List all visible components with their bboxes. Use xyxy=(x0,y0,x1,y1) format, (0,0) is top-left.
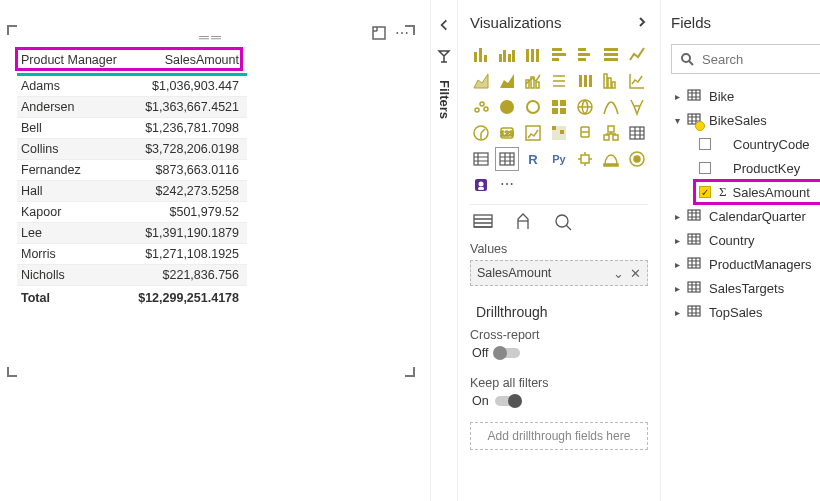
table-visual-frame[interactable]: ══ ⋯ Product Manager SalesAmount Adams$1… xyxy=(10,28,412,374)
field-label: SalesAmount xyxy=(733,185,810,200)
focus-mode-icon[interactable] xyxy=(371,25,387,44)
table-label: ProductManagers xyxy=(709,257,812,272)
fields-tab-icon[interactable] xyxy=(472,211,494,234)
expand-icon[interactable]: ▸ xyxy=(671,211,683,222)
viz-key-influencers[interactable] xyxy=(574,148,596,170)
viz-line[interactable] xyxy=(626,44,648,66)
field-checkbox[interactable] xyxy=(699,138,711,150)
field-dropdown-icon[interactable]: ⌄ xyxy=(613,266,624,281)
table-row[interactable]: Nicholls$221,836.756 xyxy=(17,265,247,286)
field-remove-icon[interactable]: ✕ xyxy=(630,266,641,281)
table-bike[interactable]: ▸Bike xyxy=(671,84,820,108)
viz-r-visual[interactable]: R xyxy=(522,148,544,170)
svg-rect-48 xyxy=(613,135,618,140)
drag-handle-icon[interactable]: ══ xyxy=(11,29,411,43)
viz-ribbon[interactable] xyxy=(548,70,570,92)
values-field-well[interactable]: SalesAmount ⌄ ✕ xyxy=(470,260,648,286)
resize-handle-bl[interactable] xyxy=(7,367,17,377)
expand-icon[interactable]: ▸ xyxy=(671,259,683,270)
field-checkbox[interactable] xyxy=(699,162,711,174)
drillthrough-drop-zone[interactable]: Add drillthrough fields here xyxy=(470,422,648,450)
analytics-tab-icon[interactable] xyxy=(552,211,574,234)
cell-name: Fernandez xyxy=(17,160,129,181)
resize-handle-tl[interactable] xyxy=(7,25,17,35)
table-topsales[interactable]: ▸TopSales xyxy=(671,300,820,324)
viz-arc[interactable] xyxy=(600,148,622,170)
viz-pie[interactable] xyxy=(496,96,518,118)
viz-gauge[interactable] xyxy=(470,122,492,144)
table-bikesales[interactable]: ▾BikeSales xyxy=(671,108,820,132)
svg-rect-69 xyxy=(688,258,700,268)
table-row[interactable]: Kapoor$501,979.52 xyxy=(17,202,247,223)
field-salesamount[interactable]: ✓ΣSalesAmount xyxy=(671,180,820,204)
viz-stacked-hbar[interactable] xyxy=(548,44,570,66)
viz-bubble[interactable] xyxy=(470,96,492,118)
table-label: BikeSales xyxy=(709,113,767,128)
expand-icon[interactable]: ▸ xyxy=(671,235,683,246)
viz-powerapps[interactable] xyxy=(470,174,492,196)
column-header-salesamount[interactable]: SalesAmount xyxy=(129,47,247,75)
table-row[interactable]: Adams$1,036,903.447 xyxy=(17,75,247,97)
report-canvas[interactable]: ══ ⋯ Product Manager SalesAmount Adams$1… xyxy=(0,0,430,501)
filters-collapsed-pane[interactable]: Filters xyxy=(430,0,458,501)
viz-stacked-area[interactable] xyxy=(496,70,518,92)
format-tab-icon[interactable] xyxy=(512,211,534,234)
field-productkey[interactable]: ProductKey xyxy=(671,156,820,180)
viz-slicer[interactable] xyxy=(574,122,596,144)
expand-icon[interactable]: ▸ xyxy=(671,91,683,102)
viz-funnel[interactable] xyxy=(600,70,622,92)
table-row[interactable]: Collins$3,728,206.0198 xyxy=(17,139,247,160)
viz-scatter[interactable] xyxy=(626,70,648,92)
field-countrycode[interactable]: CountryCode xyxy=(671,132,820,156)
viz-matrix[interactable] xyxy=(470,148,492,170)
viz-combo[interactable] xyxy=(522,70,544,92)
table-row[interactable]: Hall$242,273.5258 xyxy=(17,181,247,202)
viz-more[interactable]: ⋯ xyxy=(496,174,518,196)
viz-table-visual[interactable] xyxy=(496,148,518,170)
search-input[interactable] xyxy=(700,51,820,68)
table-salestargets[interactable]: ▸SalesTargets xyxy=(671,276,820,300)
viz-filled-map[interactable] xyxy=(600,96,622,118)
table-productmanagers[interactable]: ▸ProductManagers xyxy=(671,252,820,276)
viz-heatmap[interactable] xyxy=(548,122,570,144)
table-row[interactable]: Morris$1,271,108.1925 xyxy=(17,244,247,265)
table-row[interactable]: Lee$1,391,190.1879 xyxy=(17,223,247,244)
table-country[interactable]: ▸Country xyxy=(671,228,820,252)
svg-rect-36 xyxy=(552,108,558,114)
viz-clustered-bar[interactable] xyxy=(496,44,518,66)
cross-report-toggle[interactable]: Off xyxy=(472,346,520,360)
viz-shape-map[interactable] xyxy=(626,96,648,118)
more-options-icon[interactable]: ⋯ xyxy=(395,25,409,44)
expand-icon[interactable]: ▸ xyxy=(671,283,683,294)
expand-filters-icon[interactable] xyxy=(437,18,451,35)
table-row[interactable]: Bell$1,236,781.7098 xyxy=(17,118,247,139)
viz-donut[interactable] xyxy=(522,96,544,118)
fields-search[interactable] xyxy=(671,44,820,74)
viz-treemap[interactable] xyxy=(548,96,570,118)
collapse-viz-icon[interactable] xyxy=(636,14,648,31)
viz-python-visual[interactable]: Py xyxy=(548,148,570,170)
viz-100-hbar[interactable] xyxy=(600,44,622,66)
viz-kpi[interactable] xyxy=(522,122,544,144)
viz-map[interactable] xyxy=(574,96,596,118)
filters-icon[interactable] xyxy=(437,49,451,66)
table-row[interactable]: Andersen$1,363,667.4521 xyxy=(17,97,247,118)
viz-100-bar[interactable] xyxy=(522,44,544,66)
expand-icon[interactable]: ▾ xyxy=(671,115,683,126)
table-row[interactable]: Fernandez$873,663.0116 xyxy=(17,160,247,181)
column-header-product-manager[interactable]: Product Manager xyxy=(17,47,129,75)
table-calendarquarter[interactable]: ▸CalendarQuarter xyxy=(671,204,820,228)
viz-card[interactable]: 123 xyxy=(496,122,518,144)
field-checkbox[interactable]: ✓ xyxy=(699,186,711,198)
viz-decomposition[interactable] xyxy=(600,122,622,144)
resize-handle-br[interactable] xyxy=(405,367,415,377)
viz-clustered-hbar[interactable] xyxy=(574,44,596,66)
viz-waterfall[interactable] xyxy=(574,70,596,92)
viz-stacked-bar[interactable] xyxy=(470,44,492,66)
viz-area[interactable] xyxy=(470,70,492,92)
expand-icon[interactable]: ▸ xyxy=(671,307,683,318)
cell-value: $221,836.756 xyxy=(129,265,247,286)
keep-filters-toggle[interactable]: On xyxy=(472,394,521,408)
viz-q-and-a[interactable] xyxy=(626,148,648,170)
viz-table[interactable] xyxy=(626,122,648,144)
